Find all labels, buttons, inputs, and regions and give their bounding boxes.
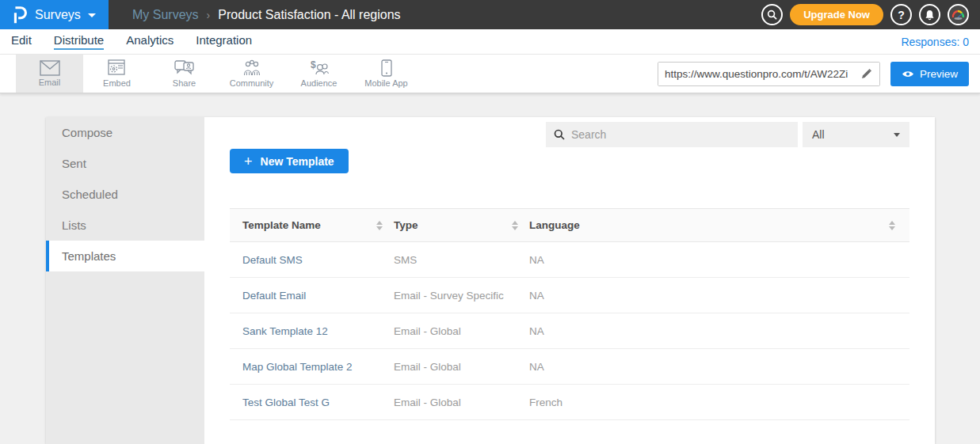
eye-icon: [902, 70, 914, 78]
sidebar-item-compose[interactable]: Compose: [46, 117, 204, 148]
plus-icon: +: [244, 154, 253, 169]
tool-tab-label: Audience: [301, 78, 337, 88]
tab-distribute[interactable]: Distribute: [54, 33, 104, 50]
sort-icon[interactable]: [376, 221, 383, 230]
notifications-button[interactable]: [919, 4, 940, 25]
product-switcher[interactable]: Surveys: [0, 0, 109, 29]
global-search-button[interactable]: [761, 4, 783, 25]
tool-tab-community[interactable]: Community: [218, 55, 285, 93]
column-header-type: Type: [394, 219, 418, 231]
template-name-link[interactable]: Sank Template 12: [242, 325, 328, 337]
header-actions: Upgrade Now ?: [761, 4, 980, 25]
type-filter-value: All: [812, 128, 825, 141]
tab-integration[interactable]: Integration: [196, 33, 252, 50]
sort-icon[interactable]: [889, 221, 895, 230]
product-menu-label: Surveys: [35, 8, 81, 22]
template-type: Email - Global: [394, 325, 461, 337]
svg-text:$: $: [311, 59, 316, 70]
breadcrumb-parent-link[interactable]: My Surveys: [132, 8, 199, 22]
survey-url-box: [658, 62, 880, 86]
column-header-template-name: Template Name: [242, 219, 321, 231]
tool-tab-share[interactable]: Share: [151, 55, 218, 93]
sidebar-item-scheduled[interactable]: Scheduled: [46, 179, 204, 210]
tool-tab-label: Email: [39, 78, 61, 87]
template-language: NA: [529, 325, 544, 337]
template-name-link[interactable]: Default SMS: [242, 254, 303, 266]
preview-button[interactable]: Preview: [890, 62, 969, 86]
tool-tab-email[interactable]: Email: [16, 55, 83, 93]
template-type: Email - Global: [394, 397, 461, 408]
tool-tab-label: Embed: [103, 78, 131, 88]
template-type: Email - Global: [394, 361, 461, 373]
email-templates-card: Compose Sent Scheduled Lists Templates A…: [46, 117, 935, 444]
pencil-icon: [861, 68, 872, 79]
template-language: NA: [529, 290, 544, 302]
table-header-row: Template Name Type Language: [230, 208, 909, 242]
template-type: Email - Survey Specific: [394, 290, 504, 302]
tool-tab-audience[interactable]: $ Audience: [285, 55, 353, 93]
help-button[interactable]: ?: [890, 4, 912, 25]
template-type: SMS: [394, 254, 417, 266]
preview-button-label: Preview: [920, 68, 958, 80]
responses-count-link[interactable]: Responses: 0: [901, 36, 969, 48]
embed-window-gear-icon: [108, 59, 127, 77]
email-sidebar: Compose Sent Scheduled Lists Templates: [46, 117, 204, 444]
template-search-input[interactable]: [571, 128, 790, 141]
tab-analytics[interactable]: Analytics: [126, 33, 174, 50]
distribute-toolbar: Email Embed Share Community $ Audience M…: [0, 54, 980, 93]
email-envelope-icon: [40, 60, 60, 76]
search-icon: [767, 9, 777, 20]
table-row: Sank Template 12 Email - Global NA: [230, 313, 909, 349]
search-icon: [554, 129, 565, 140]
sidebar-item-lists[interactable]: Lists: [46, 210, 204, 241]
new-template-button[interactable]: + New Template: [230, 149, 349, 173]
sidebar-item-templates[interactable]: Templates: [46, 241, 204, 271]
templates-panel: All + New Template Template Name Type: [204, 117, 935, 444]
sidebar-item-sent[interactable]: Sent: [46, 148, 204, 179]
toolbar-right: Preview: [658, 55, 980, 93]
table-row: Default Email Email - Survey Specific NA: [230, 278, 909, 313]
templates-table: Template Name Type Language Default SMS …: [230, 208, 909, 420]
chevron-down-icon: [894, 133, 900, 137]
column-header-language: Language: [529, 219, 580, 231]
top-header: Surveys My Surveys › Product Satisfactio…: [0, 0, 980, 29]
template-name-link[interactable]: Default Email: [242, 290, 306, 302]
sort-icon[interactable]: [512, 221, 518, 230]
content-area: Compose Sent Scheduled Lists Templates A…: [0, 93, 980, 444]
bell-icon: [925, 9, 935, 21]
breadcrumb: My Surveys › Product Satisfaction - All …: [132, 8, 401, 22]
type-filter-dropdown[interactable]: All: [803, 122, 909, 147]
tab-edit[interactable]: Edit: [11, 33, 32, 50]
upgrade-button[interactable]: Upgrade Now: [790, 4, 883, 25]
template-language: French: [529, 397, 562, 408]
tool-tab-label: Share: [173, 78, 196, 88]
mobile-phone-icon: [381, 59, 392, 77]
table-row: Default SMS SMS NA: [230, 242, 909, 278]
template-language: NA: [529, 254, 544, 266]
tool-tab-embed[interactable]: Embed: [83, 55, 151, 93]
template-name-link[interactable]: Test Global Test G: [242, 397, 330, 408]
filter-row: All: [230, 122, 909, 147]
tool-tab-label: Mobile App: [364, 78, 407, 88]
table-row: Test Global Test G Email - Global French: [230, 385, 909, 420]
share-bubbles-icon: [174, 59, 195, 77]
audience-dollar-people-icon: $: [309, 59, 330, 77]
questionpro-logo-icon: [12, 5, 28, 25]
template-language: NA: [529, 361, 544, 373]
new-template-button-label: New Template: [261, 155, 334, 168]
tool-tab-label: Community: [230, 78, 274, 88]
page-title: Product Satisfaction - All regions: [218, 8, 400, 22]
template-search-box: [546, 122, 798, 147]
template-name-link[interactable]: Map Global Template 2: [242, 361, 353, 373]
avatar[interactable]: [948, 4, 969, 25]
breadcrumb-separator: ›: [207, 9, 211, 21]
survey-nav: Edit Distribute Analytics Integration Re…: [0, 29, 980, 54]
avatar-gauge-icon: [951, 8, 966, 21]
chevron-down-icon: [88, 13, 96, 17]
tool-tab-mobile-app[interactable]: Mobile App: [353, 55, 420, 93]
survey-nav-tabs: Edit Distribute Analytics Integration: [11, 33, 252, 50]
edit-url-button[interactable]: [854, 63, 879, 85]
community-people-icon: [242, 59, 262, 77]
survey-url-input[interactable]: [658, 63, 854, 85]
table-row: Map Global Template 2 Email - Global NA: [230, 349, 909, 385]
